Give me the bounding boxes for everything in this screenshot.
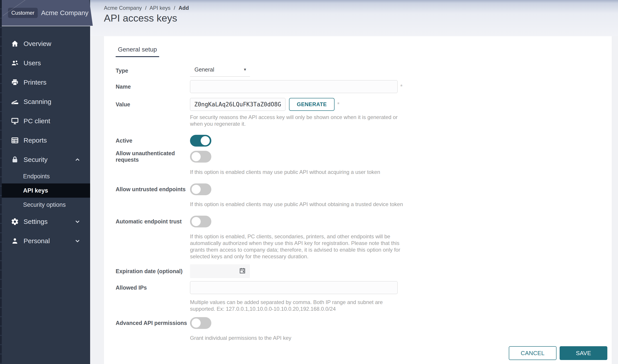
allowed-ips-label: Allowed IPs bbox=[116, 285, 190, 291]
banner-separator bbox=[2, 26, 90, 26]
chevron-down-icon bbox=[74, 218, 81, 225]
form-actions: CANCEL SAVE bbox=[509, 346, 607, 360]
sidebar-item-security-options[interactable]: Security options bbox=[2, 198, 90, 212]
active-label: Active bbox=[116, 137, 190, 144]
customer-type-badge: Customer bbox=[8, 8, 38, 18]
toggle-knob bbox=[192, 152, 201, 161]
allowed-ips-hint: Multiple values can be added separated b… bbox=[190, 299, 403, 312]
chevron-down-icon bbox=[74, 238, 81, 244]
name-label: Name bbox=[116, 83, 190, 90]
type-select[interactable]: General ▼ bbox=[190, 65, 250, 77]
breadcrumb-company[interactable]: Acme Company bbox=[104, 5, 142, 11]
toggle-knob bbox=[192, 185, 201, 194]
sidebar-item-printers[interactable]: Printers bbox=[2, 73, 90, 92]
active-toggle[interactable] bbox=[190, 135, 211, 147]
required-marker: * bbox=[337, 101, 340, 108]
tab-general-setup[interactable]: General setup bbox=[116, 46, 159, 57]
automatic-trust-hint: If this option is enabled, PC clients, s… bbox=[190, 233, 403, 260]
allow-untrusted-toggle[interactable] bbox=[190, 183, 211, 195]
automatic-trust-label: Automatic endpoint trust bbox=[116, 218, 190, 225]
sidebar-item-endpoints[interactable]: Endpoints bbox=[2, 169, 90, 183]
allow-untrusted-label: Allow untrusted endpoints bbox=[116, 186, 190, 193]
lock-icon bbox=[11, 156, 19, 164]
expiration-label: Expiration date (optional) bbox=[116, 268, 190, 274]
sidebar-item-label: Security bbox=[24, 156, 74, 163]
printer-icon bbox=[11, 78, 19, 87]
automatic-trust-toggle[interactable] bbox=[190, 216, 211, 227]
name-row: Name * bbox=[116, 80, 607, 93]
sub-item-label: Endpoints bbox=[23, 173, 50, 180]
sidebar-item-label: Personal bbox=[24, 237, 74, 245]
sidebar-item-label: Overview bbox=[24, 40, 81, 48]
advanced-permissions-row: Advanced API permissions bbox=[116, 317, 607, 329]
required-marker: * bbox=[400, 83, 403, 90]
app-window: Customer Acme Company Overview bbox=[0, 0, 618, 364]
allow-unauthenticated-row: Allow unauthenticated requests bbox=[116, 150, 607, 163]
users-icon bbox=[11, 59, 19, 67]
api-key-value-input[interactable] bbox=[190, 98, 285, 111]
breadcrumb-current: Add bbox=[179, 5, 189, 11]
sidebar-item-label: Settings bbox=[24, 218, 74, 225]
company-name: Acme Company bbox=[41, 9, 88, 17]
sidebar: Customer Acme Company Overview bbox=[2, 0, 90, 364]
monitor-icon bbox=[11, 117, 19, 125]
customer-banner: Customer Acme Company bbox=[2, 0, 93, 26]
home-icon bbox=[11, 39, 19, 48]
allow-untrusted-hint: If this option is enabled clients may us… bbox=[190, 201, 403, 208]
name-input[interactable] bbox=[190, 80, 398, 93]
sidebar-item-label: PC client bbox=[24, 117, 81, 125]
breadcrumb-separator: / bbox=[174, 5, 175, 11]
breadcrumb-api-keys[interactable]: API keys bbox=[149, 5, 170, 11]
sidebar-item-reports[interactable]: Reports bbox=[2, 130, 90, 150]
advanced-permissions-toggle[interactable] bbox=[190, 317, 211, 329]
value-label: Value bbox=[116, 101, 190, 108]
main-area: Acme Company / API keys / Add API access… bbox=[90, 0, 618, 364]
type-label: Type bbox=[116, 67, 190, 74]
save-button[interactable]: SAVE bbox=[560, 346, 607, 360]
sidebar-item-personal[interactable]: Personal bbox=[2, 231, 90, 250]
expiration-date-picker[interactable] bbox=[190, 264, 250, 278]
sidebar-item-label: Reports bbox=[24, 137, 81, 144]
allow-unauthenticated-toggle[interactable] bbox=[190, 151, 211, 163]
type-selected-value: General bbox=[194, 66, 214, 73]
sidebar-item-users[interactable]: Users bbox=[2, 53, 90, 73]
scanner-icon bbox=[11, 97, 19, 106]
value-hint: For security reasons the API access key … bbox=[190, 114, 403, 127]
sidebar-nav: Overview Users bbox=[2, 26, 90, 250]
active-row: Active bbox=[116, 135, 607, 147]
allowed-ips-input[interactable] bbox=[190, 281, 398, 294]
generate-button[interactable]: GENERATE bbox=[289, 98, 335, 111]
sidebar-item-label: Users bbox=[24, 59, 81, 67]
allow-unauthenticated-hint: If this option is enabled clients may us… bbox=[190, 169, 403, 175]
type-row: Type General ▼ bbox=[116, 65, 607, 77]
automatic-trust-row: Automatic endpoint trust bbox=[116, 216, 607, 227]
toggle-knob bbox=[201, 136, 210, 145]
breadcrumb: Acme Company / API keys / Add bbox=[104, 5, 189, 11]
cancel-button[interactable]: CANCEL bbox=[509, 346, 556, 360]
sidebar-item-scanning[interactable]: Scanning bbox=[2, 92, 90, 111]
allow-unauthenticated-label: Allow unauthenticated requests bbox=[116, 150, 190, 163]
advanced-permissions-label: Advanced API permissions bbox=[116, 320, 190, 326]
allowed-ips-row: Allowed IPs bbox=[116, 281, 607, 294]
sidebar-item-overview[interactable]: Overview bbox=[2, 34, 90, 53]
calendar-icon bbox=[239, 267, 246, 275]
left-scrollbar[interactable] bbox=[0, 0, 2, 364]
advanced-permissions-hint: Grant individual permissions to the API … bbox=[190, 335, 403, 341]
value-row: Value GENERATE * bbox=[116, 98, 607, 111]
dropdown-arrow-icon: ▼ bbox=[243, 67, 247, 72]
page-title: API access keys bbox=[104, 13, 177, 24]
sidebar-item-settings[interactable]: Settings bbox=[2, 212, 90, 231]
sub-item-label: API keys bbox=[23, 187, 48, 194]
chevron-up-icon bbox=[74, 156, 81, 163]
sidebar-item-api-keys[interactable]: API keys bbox=[2, 183, 90, 198]
report-table-icon bbox=[11, 136, 19, 144]
breadcrumb-separator: / bbox=[145, 5, 146, 11]
sidebar-item-security[interactable]: Security bbox=[2, 150, 90, 169]
expiration-row: Expiration date (optional) bbox=[116, 264, 607, 278]
sidebar-item-pc-client[interactable]: PC client bbox=[2, 111, 90, 130]
toggle-knob bbox=[192, 318, 201, 328]
sub-item-label: Security options bbox=[23, 201, 66, 208]
sidebar-item-label: Printers bbox=[24, 79, 81, 86]
person-icon bbox=[11, 237, 19, 245]
gear-icon bbox=[11, 217, 19, 226]
